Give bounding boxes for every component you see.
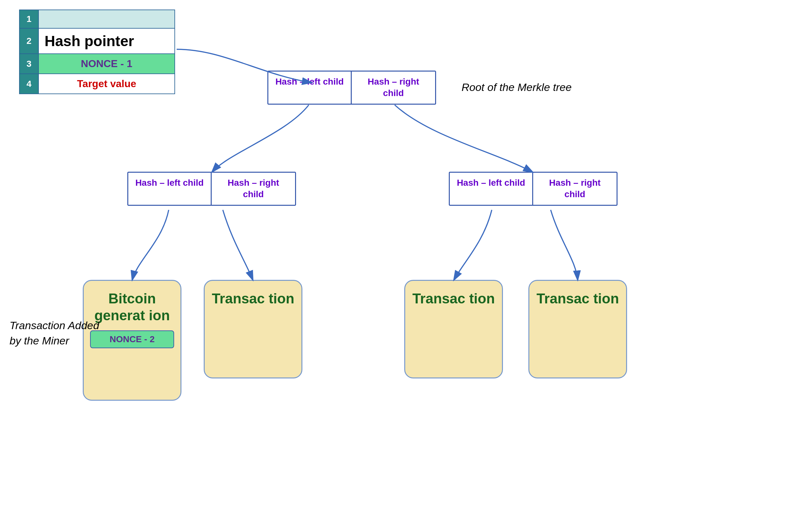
root-left-cell: Hash – left child (268, 72, 352, 104)
tx-node-3: Transac tion (404, 280, 503, 378)
root-right-cell: Hash – right child (352, 72, 435, 104)
mid-left-left-cell: Hash – left child (128, 173, 212, 205)
tx-label-4: Transac tion (530, 281, 625, 314)
row-2-num: 2 (19, 28, 39, 54)
mid-right-node: Hash – left child Hash – right child (449, 172, 618, 206)
mid-left-right-cell: Hash – right child (212, 173, 295, 205)
row-3-content: NONCE - 1 (39, 54, 175, 74)
tx-label-2: Transac tion (205, 281, 301, 314)
block-table: 1 2 Hash pointer 3 NONCE - 1 4 Target va… (19, 10, 175, 94)
tx-node-2: Transac tion (204, 280, 302, 378)
mid-left-node: Hash – left child Hash – right child (127, 172, 296, 206)
tx-label-3: Transac tion (406, 281, 501, 314)
miner-label: Transaction Addedby the Miner (10, 318, 99, 348)
row-4-content: Target value (39, 74, 175, 94)
row-2-content: Hash pointer (39, 28, 175, 54)
nonce-box-2: NONCE - 2 (90, 330, 174, 348)
root-node: Hash – left child Hash – right child (267, 71, 436, 105)
row-1-content (39, 10, 175, 28)
row-1-num: 1 (19, 10, 39, 28)
row-4-num: 4 (19, 74, 39, 94)
mid-right-right-cell: Hash – right child (533, 173, 617, 205)
row-3-num: 3 (19, 54, 39, 74)
tx-node-4: Transac tion (528, 280, 627, 378)
root-label: Root of the Merkle tree (462, 81, 572, 93)
mid-right-left-cell: Hash – left child (450, 173, 533, 205)
